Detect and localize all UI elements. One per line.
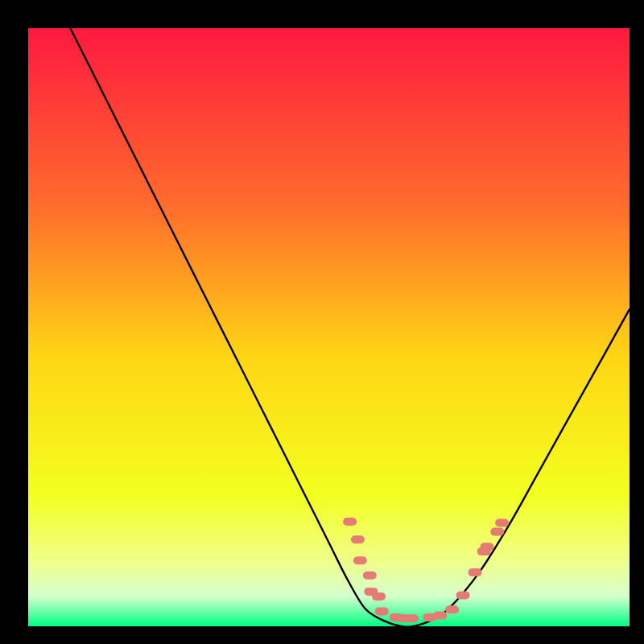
curve-marker <box>405 614 419 622</box>
frame-edge <box>0 0 644 28</box>
curve-marker <box>343 518 357 526</box>
curve-marker <box>495 519 509 527</box>
frame-edge <box>0 0 28 644</box>
frame-edge <box>0 626 644 644</box>
curve-marker <box>490 528 504 536</box>
frame-edge <box>630 0 644 644</box>
curve-marker <box>363 572 377 580</box>
chart-frame: TheBottleneck.com <box>0 0 644 644</box>
curve-marker <box>375 607 389 615</box>
curve-marker <box>353 556 367 564</box>
curve-marker <box>481 543 494 551</box>
curve-marker <box>351 535 365 543</box>
curve-marker <box>433 612 447 620</box>
curve-marker <box>469 568 482 576</box>
plot-background <box>28 28 630 626</box>
bottleneck-chart <box>0 0 644 644</box>
curve-marker <box>372 592 386 601</box>
curve-marker <box>445 605 459 613</box>
curve-marker <box>456 591 470 599</box>
